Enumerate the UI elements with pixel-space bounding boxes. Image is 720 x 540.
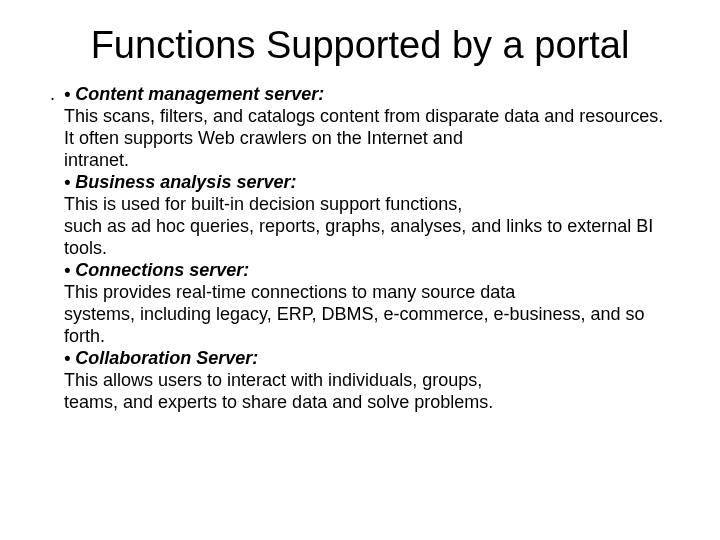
text-line: It often supports Web crawlers on the In… (64, 127, 680, 149)
text-line: This allows users to interact with indiv… (64, 369, 680, 391)
text-line: This scans, filters, and catalogs conten… (64, 105, 680, 127)
text-line: This provides real-time connections to m… (64, 281, 680, 303)
slide: Functions Supported by a portal . • Cont… (0, 0, 720, 540)
heading-connections: • Connections server: (64, 259, 680, 281)
text-line: such as ad hoc queries, reports, graphs,… (64, 215, 680, 259)
heading-content-mgmt: • Content management server: (64, 83, 680, 105)
heading-collaboration: • Collaboration Server: (64, 347, 680, 369)
text-line: intranet. (64, 149, 680, 171)
bullet-marker: . (40, 83, 64, 105)
text-line: teams, and experts to share data and sol… (64, 391, 680, 413)
text-line: systems, including legacy, ERP, DBMS, e-… (64, 303, 680, 347)
heading-business-analysis: • Business analysis server: (64, 171, 680, 193)
slide-title: Functions Supported by a portal (40, 24, 680, 67)
text-line: This is used for built-in decision suppo… (64, 193, 680, 215)
slide-body: . • Content management server: This scan… (40, 83, 680, 413)
body-content: • Content management server: This scans,… (64, 83, 680, 413)
